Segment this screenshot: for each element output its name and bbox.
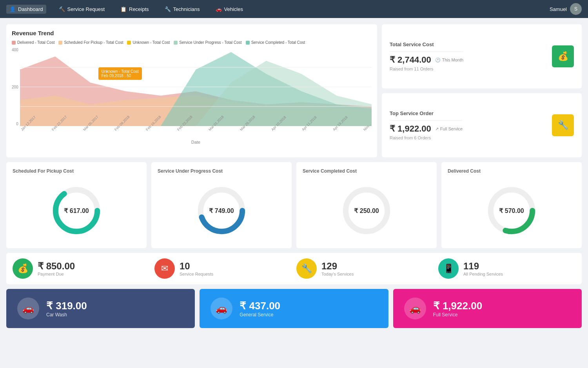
todays-services-text: 129 Today's Services — [321, 261, 354, 276]
full-service-amount: ₹ 1,922.00 — [433, 300, 482, 312]
full-service-info: ₹ 1,922.00 Full Service — [433, 300, 482, 317]
nav-service-request-label: Service Request — [67, 6, 105, 12]
todays-services-label: Today's Services — [321, 272, 354, 276]
legend-item-3: Service Under Progress - Total Cost — [174, 40, 241, 45]
navbar: 👤 Dashboard 🔨 Service Request 📋 Receipts… — [0, 0, 588, 18]
chart-title: Revenue Trend — [12, 30, 372, 36]
nav-receipts[interactable]: 📋 Receipts — [117, 5, 152, 14]
top-service-order-card: Top Service Order ₹ 1,922.00 ↗ Full Serv… — [382, 93, 582, 157]
pending-services-text: 119 All Pending Services — [463, 261, 503, 276]
car-wash-info: ₹ 319.00 Car Wash — [46, 300, 87, 317]
todays-services-count: 129 — [321, 261, 354, 272]
pending-services-label: All Pending Services — [463, 272, 503, 276]
scheduled-pickup-title: Scheduled For Pickup Cost — [13, 168, 74, 174]
wrench-service-icon: 🔧 — [552, 114, 574, 136]
period-label: This Month — [442, 58, 463, 62]
y-label-200: 200 — [12, 85, 18, 89]
delivered-cost-card: Delivered Cost ₹ 570.00 — [441, 162, 582, 248]
general-service-info: ₹ 437.00 General Service — [240, 300, 280, 317]
dashboard-icon: 👤 — [9, 6, 16, 12]
stat-pending-services: 📱 119 All Pending Services — [438, 258, 575, 279]
total-service-amount: ₹ 2,744.00 — [390, 55, 431, 65]
service-progress-donut: ₹ 749.00 — [158, 179, 285, 242]
stat-service-requests: ✉ 10 Service Requests — [154, 258, 292, 279]
service-type-tag: ↗ Full Service — [435, 126, 463, 132]
full-service-icon: 🚗 — [404, 298, 426, 319]
general-service-card[interactable]: 🚗 ₹ 437.00 General Service — [200, 289, 388, 328]
y-label-400: 400 — [12, 48, 18, 52]
bottom-cards-row: 🚗 ₹ 319.00 Car Wash 🚗 ₹ 437.00 General S… — [6, 289, 582, 328]
nav-technicians-label: Technicians — [173, 6, 200, 12]
nav-receipts-label: Receipts — [129, 6, 149, 12]
pending-services-count: 119 — [463, 261, 503, 272]
total-service-cost-title: Total Service Cost — [390, 41, 463, 47]
service-completed-donut: ₹ 250.00 — [303, 179, 430, 242]
legend-item-2: Unknown - Total Cost — [127, 40, 170, 45]
service-completed-amount: ₹ 250.00 — [354, 207, 379, 215]
top-service-order-info: Top Service Order ₹ 1,922.00 ↗ Full Serv… — [390, 110, 463, 140]
nav-vehicles-label: Vehicles — [224, 6, 243, 12]
service-type: Full Service — [440, 126, 463, 131]
service-requests-label: Service Requests — [180, 272, 213, 276]
y-axis: 400 200 0 — [12, 48, 20, 138]
scheduled-pickup-donut: ₹ 617.00 — [13, 179, 140, 242]
x-axis: Jan 12,2017 Feb 22,2017 Mar 05,2017 Feb … — [20, 127, 372, 134]
delivered-cost-donut: ₹ 570.00 — [448, 179, 575, 242]
service-progress-title: Service Under Progress Cost — [158, 168, 223, 174]
cost-cards-row: Scheduled For Pickup Cost ₹ 617.00 Servi… — [6, 162, 582, 248]
service-progress-cost-card: Service Under Progress Cost ₹ 749.00 — [151, 162, 292, 248]
arrow-icon: ↗ — [435, 126, 439, 132]
legend-label-0: Delivered - Total Cost — [17, 40, 54, 45]
month-tag: 🕐 This Month — [435, 58, 463, 63]
nav-vehicles[interactable]: 🚗 Vehicles — [212, 5, 246, 14]
username: Samuel — [550, 6, 567, 12]
total-service-cost-info: Total Service Cost ₹ 2,744.00 🕐 This Mon… — [390, 41, 463, 71]
clock-icon: 🕐 — [435, 58, 441, 63]
legend-label-3: Service Under Progress - Total Cost — [179, 40, 241, 45]
chart-svg — [20, 48, 372, 126]
full-service-label: Full Service — [433, 312, 482, 317]
legend-item-4: Service Completed - Total Cost — [246, 40, 305, 45]
pending-services-icon: 📱 — [438, 258, 459, 279]
payment-due-amount: ₹ 850.00 — [38, 261, 75, 272]
revenue-section: Revenue Trend Delivered - Total Cost Sch… — [6, 24, 582, 157]
wrench-icon: 🔨 — [59, 6, 65, 12]
payment-due-label: Payment Due — [38, 272, 75, 276]
total-service-sub: Raised from 11 Orders — [390, 67, 463, 71]
service-requests-count: 10 — [180, 261, 213, 272]
service-completed-cost-card: Service Completed Cost ₹ 250.00 — [296, 162, 437, 248]
receipt-icon: 📋 — [120, 6, 127, 12]
stat-payment-due: 💰 ₹ 850.00 Payment Due — [13, 258, 150, 279]
legend-item-0: Delivered - Total Cost — [12, 40, 54, 45]
legend-label-1: Scheduled For Pickup - Total Cost — [64, 40, 123, 45]
legend-item-1: Scheduled For Pickup - Total Cost — [58, 40, 123, 45]
legend-dot-1 — [58, 41, 62, 45]
service-requests-icon: ✉ — [154, 258, 175, 279]
top-service-title: Top Service Order — [390, 110, 463, 116]
user-avatar[interactable]: S — [570, 3, 582, 15]
car-wash-card[interactable]: 🚗 ₹ 319.00 Car Wash — [6, 289, 195, 328]
chart-panel: Revenue Trend Delivered - Total Cost Sch… — [6, 24, 377, 157]
payment-due-text: ₹ 850.00 Payment Due — [38, 261, 75, 276]
total-service-amount-row: ₹ 2,744.00 🕐 This Month — [390, 55, 463, 65]
delivered-cost-amount: ₹ 570.00 — [499, 207, 524, 215]
main-content: Revenue Trend Delivered - Total Cost Sch… — [0, 18, 588, 334]
top-service-amount: ₹ 1,922.00 — [390, 124, 431, 134]
general-service-label: General Service — [240, 312, 280, 317]
legend-label-4: Service Completed - Total Cost — [251, 40, 305, 45]
nav-dashboard[interactable]: 👤 Dashboard — [6, 5, 46, 14]
y-label-0: 0 — [16, 122, 18, 126]
legend-dot-0 — [12, 41, 16, 45]
top-service-amount-row: ₹ 1,922.00 ↗ Full Service — [390, 124, 463, 134]
vehicle-icon: 🚗 — [216, 6, 222, 12]
scheduled-pickup-amount: ₹ 617.00 — [64, 207, 89, 215]
legend-label-2: Unknown - Total Cost — [132, 40, 170, 45]
chart-container: 400 200 0 — [12, 48, 372, 138]
nav-technicians[interactable]: 🔧 Technicians — [162, 5, 203, 14]
legend-dot-4 — [246, 41, 250, 45]
money-bag-icon: 💰 — [552, 45, 574, 67]
service-requests-text: 10 Service Requests — [180, 261, 213, 276]
nav-service-request[interactable]: 🔨 Service Request — [56, 5, 108, 14]
nav-user: Samuel S — [550, 3, 582, 15]
full-service-card[interactable]: 🚗 ₹ 1,922.00 Full Service — [393, 289, 582, 328]
